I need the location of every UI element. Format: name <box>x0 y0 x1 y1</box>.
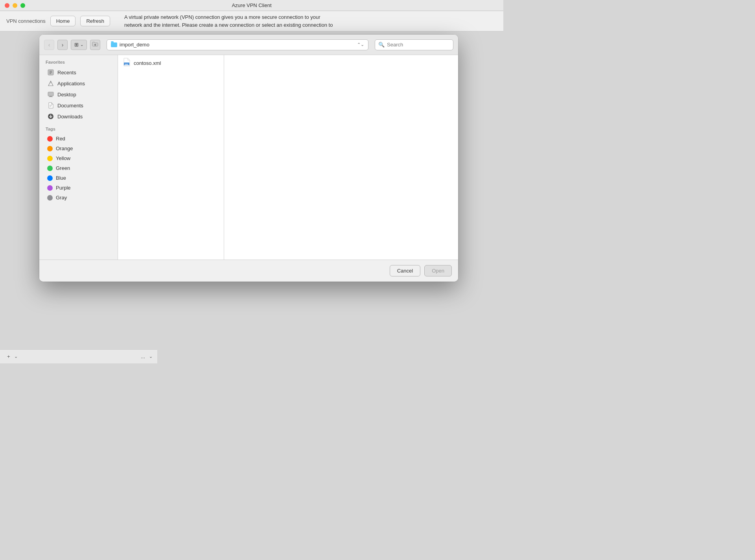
gray-tag-dot <box>47 195 53 201</box>
downloads-icon <box>47 113 54 120</box>
title-bar: Azure VPN Client <box>0 0 503 11</box>
sidebar-item-recents[interactable]: Recents <box>41 67 116 78</box>
path-selector[interactable]: import_demo ⌃⌄ <box>107 39 368 50</box>
description-line2: network and the internet. Please create … <box>121 22 333 28</box>
forward-button[interactable]: › <box>57 40 68 50</box>
dialog-footer: Cancel Open <box>39 260 458 282</box>
downloads-label: Downloads <box>57 114 83 120</box>
path-chevron-icon: ⌃⌄ <box>357 42 364 47</box>
sidebar-item-orange[interactable]: Orange <box>41 144 116 153</box>
maximize-button[interactable] <box>20 3 25 8</box>
sidebar-item-purple[interactable]: Purple <box>41 183 116 193</box>
add-button[interactable]: + <box>5 353 13 360</box>
folder-icon <box>111 42 117 47</box>
red-label: Red <box>56 136 65 142</box>
favorites-label: Favorites <box>39 60 118 67</box>
add-chevron-icon: ⌄ <box>14 354 18 359</box>
applications-label: Applications <box>57 81 85 87</box>
sidebar-item-desktop[interactable]: Desktop <box>41 89 116 100</box>
desktop-label: Desktop <box>57 92 76 98</box>
orange-label: Orange <box>56 146 73 151</box>
applications-icon <box>47 80 54 87</box>
svg-rect-9 <box>48 92 53 96</box>
svg-rect-11 <box>49 97 53 97</box>
back-icon: ‹ <box>48 42 50 48</box>
view-button[interactable]: ⊞ ⌄ <box>71 40 87 50</box>
file-column: XML contoso.xml <box>118 55 224 260</box>
sidebar-item-red[interactable]: Red <box>41 134 116 144</box>
file-dialog: ‹ › ⊞ ⌄ <box>39 35 458 282</box>
file-preview-area <box>224 55 458 260</box>
desktop-icon <box>47 91 54 98</box>
folder-name: import_demo <box>120 42 149 48</box>
description-area: A virtual private network (VPN) connecti… <box>115 13 497 28</box>
green-label: Green <box>56 165 70 171</box>
cancel-button[interactable]: Cancel <box>390 265 420 276</box>
yellow-label: Yellow <box>56 155 70 161</box>
new-folder-button[interactable] <box>90 40 100 50</box>
file-list-area: XML contoso.xml <box>118 55 458 260</box>
window-controls <box>5 3 25 8</box>
view-chevron-icon: ⌄ <box>80 42 83 47</box>
path-selector-content: import_demo <box>111 42 149 48</box>
more-button[interactable]: ... <box>138 353 147 360</box>
refresh-button[interactable]: Refresh <box>80 16 110 26</box>
app-toolbar: VPN connections Home Refresh A virtual p… <box>0 11 503 31</box>
sidebar: Favorites Recents <box>39 55 118 260</box>
window-title: Azure VPN Client <box>232 2 271 8</box>
blue-label: Blue <box>56 175 66 181</box>
search-box[interactable]: 🔍 <box>375 39 453 50</box>
yellow-tag-dot <box>47 156 53 161</box>
xml-file-icon: XML <box>123 57 131 69</box>
purple-tag-dot <box>47 185 53 191</box>
bottom-bar-right: ... ⌄ <box>138 353 153 360</box>
description-line1: A virtual private network (VPN) connecti… <box>121 14 320 20</box>
svg-text:XML: XML <box>125 63 129 66</box>
back-button[interactable]: ‹ <box>44 40 54 50</box>
sidebar-item-green[interactable]: Green <box>41 163 116 173</box>
file-name: contoso.xml <box>134 60 161 66</box>
sidebar-item-yellow[interactable]: Yellow <box>41 153 116 163</box>
sidebar-item-downloads[interactable]: Downloads <box>41 111 116 122</box>
close-button[interactable] <box>5 3 9 8</box>
purple-label: Purple <box>56 185 71 191</box>
sidebar-item-gray[interactable]: Gray <box>41 193 116 203</box>
red-tag-dot <box>47 136 53 142</box>
documents-label: Documents <box>57 103 83 109</box>
more-chevron-icon: ⌄ <box>149 354 153 359</box>
orange-tag-dot <box>47 146 53 151</box>
recents-label: Recents <box>57 70 76 76</box>
forward-icon: › <box>62 42 64 48</box>
new-folder-icon <box>92 41 98 48</box>
documents-icon <box>47 102 54 109</box>
gray-label: Gray <box>56 195 67 201</box>
sidebar-item-applications[interactable]: Applications <box>41 78 116 89</box>
file-item-contoso-xml[interactable]: XML contoso.xml <box>118 55 224 71</box>
recents-icon <box>47 69 54 76</box>
sidebar-gap <box>39 122 118 127</box>
blue-tag-dot <box>47 175 53 181</box>
search-input[interactable] <box>387 42 450 48</box>
bottom-bar: + ⌄ ... ⌄ <box>0 349 157 363</box>
search-icon: 🔍 <box>378 42 385 48</box>
sidebar-item-documents[interactable]: Documents <box>41 100 116 111</box>
home-button[interactable]: Home <box>50 16 76 26</box>
grid-icon: ⊞ <box>74 42 79 48</box>
dialog-body: Favorites Recents <box>39 55 458 260</box>
app-content: ‹ › ⊞ ⌄ <box>0 31 503 363</box>
open-button[interactable]: Open <box>424 265 452 276</box>
dialog-toolbar: ‹ › ⊞ ⌄ <box>39 35 458 55</box>
green-tag-dot <box>47 166 53 171</box>
vpn-connections-label: VPN connections <box>6 18 46 24</box>
bottom-bar-left: + ⌄ <box>5 353 18 360</box>
minimize-button[interactable] <box>13 3 17 8</box>
tags-label: Tags <box>39 127 118 134</box>
svg-point-8 <box>50 83 51 83</box>
sidebar-item-blue[interactable]: Blue <box>41 173 116 183</box>
